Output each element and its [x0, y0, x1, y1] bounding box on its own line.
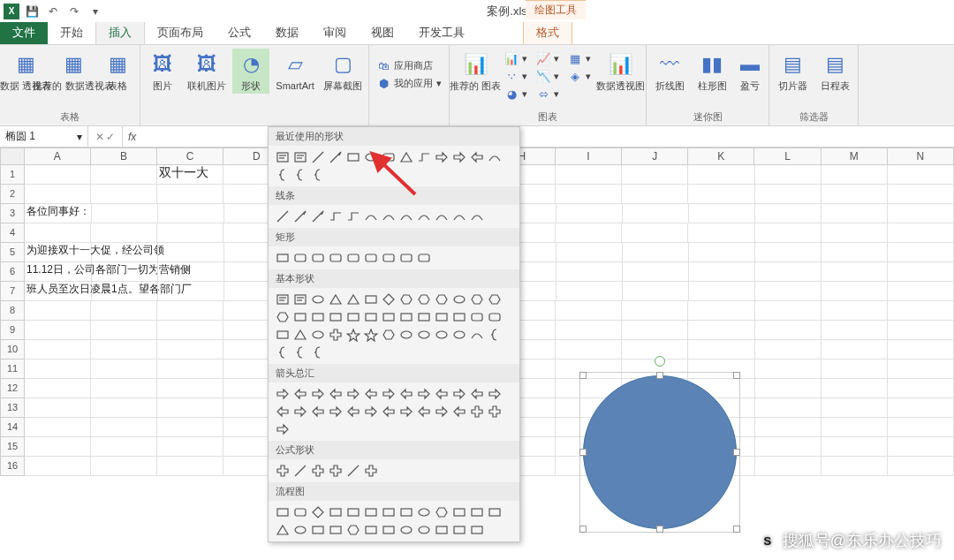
qat-save-icon[interactable]: 💾 — [23, 3, 41, 20]
cell[interactable] — [755, 282, 822, 301]
shape-gallery-item[interactable] — [309, 166, 327, 184]
chart-stock-icon[interactable]: 📉▾ — [533, 68, 563, 84]
shape-gallery-item[interactable] — [362, 326, 380, 344]
cell[interactable] — [888, 204, 954, 223]
shape-gallery-item[interactable] — [415, 503, 433, 521]
cell[interactable] — [157, 398, 223, 418]
cell[interactable] — [623, 262, 689, 282]
cell[interactable] — [157, 223, 223, 243]
shape-gallery-item[interactable] — [362, 249, 380, 267]
shape-gallery-item[interactable] — [415, 326, 433, 344]
shape-gallery-item[interactable] — [309, 462, 327, 480]
row-header[interactable]: 8 — [0, 301, 25, 321]
shape-gallery-item[interactable] — [344, 208, 362, 225]
shape-gallery-item[interactable] — [362, 462, 380, 480]
tab-page-layout[interactable]: 页面布局 — [145, 21, 216, 44]
cell[interactable] — [556, 262, 623, 282]
qat-redo-icon[interactable]: ↷ — [65, 3, 83, 20]
chart-pie-icon[interactable]: ◕▾ — [501, 86, 531, 102]
shape-gallery-item[interactable] — [274, 308, 292, 326]
tab-view[interactable]: 视图 — [359, 21, 406, 44]
cell[interactable] — [888, 243, 954, 262]
shape-gallery-item[interactable] — [450, 326, 468, 344]
cell[interactable] — [689, 243, 755, 262]
cell[interactable] — [688, 321, 754, 340]
shape-gallery-item[interactable] — [486, 308, 504, 326]
cell[interactable] — [822, 282, 888, 301]
cell[interactable] — [755, 379, 822, 398]
shape-gallery-item[interactable] — [362, 521, 380, 539]
store-button[interactable]: 🛍应用商店 — [373, 57, 445, 73]
row-header[interactable]: 2 — [0, 185, 25, 204]
shape-gallery-item[interactable] — [450, 521, 468, 539]
col-header[interactable]: A — [25, 148, 91, 165]
shape-gallery-item[interactable] — [468, 291, 486, 308]
cell[interactable] — [888, 185, 954, 204]
cell[interactable] — [888, 340, 954, 359]
chart-bar-icon[interactable]: 📊▾ — [501, 50, 531, 66]
shape-gallery-item[interactable] — [433, 208, 450, 225]
qat-undo-icon[interactable]: ↶ — [44, 3, 62, 20]
cell[interactable] — [755, 223, 822, 243]
smartart-button[interactable]: ▱SmartArt — [273, 49, 317, 94]
cell[interactable] — [622, 301, 688, 321]
shape-gallery-item[interactable] — [486, 326, 504, 344]
col-header[interactable]: B — [91, 148, 157, 165]
cell[interactable] — [888, 437, 954, 457]
shape-gallery-item[interactable] — [309, 308, 327, 326]
cell[interactable] — [888, 379, 954, 398]
cell[interactable] — [822, 379, 888, 398]
cell[interactable] — [822, 223, 888, 243]
cell[interactable] — [25, 321, 91, 340]
cell[interactable] — [822, 457, 888, 476]
row-header[interactable]: 14 — [0, 418, 25, 437]
shape-gallery-item[interactable] — [362, 403, 380, 420]
shape-gallery-item[interactable] — [274, 420, 292, 438]
shape-gallery-item[interactable] — [415, 148, 433, 166]
cell[interactable] — [157, 185, 223, 204]
cell[interactable] — [92, 282, 158, 301]
cell[interactable] — [158, 243, 224, 262]
cell[interactable] — [25, 301, 91, 321]
cell[interactable] — [622, 321, 688, 340]
cell[interactable]: 班人员至次日凌晨1点。望各部门厂 — [25, 282, 92, 301]
shape-gallery-item[interactable] — [274, 291, 292, 308]
shape-gallery-item[interactable] — [433, 403, 450, 420]
cell[interactable] — [755, 204, 822, 223]
shape-gallery-item[interactable] — [415, 291, 433, 308]
shape-gallery-item[interactable] — [398, 148, 415, 166]
row-header[interactable]: 4 — [0, 223, 25, 243]
my-apps-button[interactable]: ⬢我的应用 ▾ — [373, 75, 445, 91]
resize-handle[interactable] — [656, 372, 663, 379]
cell[interactable] — [157, 359, 223, 379]
cell[interactable] — [623, 204, 689, 223]
cell[interactable] — [556, 340, 622, 359]
tab-home[interactable]: 开始 — [48, 21, 95, 44]
timeline-button[interactable]: ▤日程表 — [815, 49, 854, 94]
sparkline-line-button[interactable]: 〰折线图 — [650, 49, 689, 94]
cell[interactable] — [888, 398, 954, 418]
shape-gallery-item[interactable] — [309, 208, 327, 225]
sparkline-winloss-button[interactable]: ▬盈亏 — [735, 49, 765, 94]
shape-gallery-item[interactable] — [450, 503, 468, 521]
shape-gallery-item[interactable] — [274, 403, 292, 420]
shape-gallery-item[interactable] — [344, 326, 362, 344]
shape-gallery-item[interactable] — [327, 521, 344, 539]
cell[interactable] — [888, 165, 954, 185]
shape-gallery-item[interactable] — [433, 521, 450, 539]
cell[interactable] — [91, 321, 157, 340]
cell[interactable]: 双十一大 — [157, 165, 223, 185]
row-header[interactable]: 3 — [0, 204, 25, 223]
select-all-corner[interactable] — [0, 148, 25, 165]
shape-gallery-item[interactable] — [415, 249, 433, 267]
shape-gallery-item[interactable] — [327, 291, 344, 308]
row-header[interactable]: 12 — [0, 379, 25, 398]
shape-gallery-item[interactable] — [362, 308, 380, 326]
shape-gallery-item[interactable] — [344, 308, 362, 326]
shape-gallery-item[interactable] — [274, 521, 292, 539]
chart-hierarchy-icon[interactable]: ▦▾ — [564, 50, 594, 66]
cell[interactable] — [556, 185, 622, 204]
shape-gallery-item[interactable] — [309, 503, 327, 521]
cell[interactable] — [755, 262, 822, 282]
shape-gallery-item[interactable] — [362, 208, 380, 225]
